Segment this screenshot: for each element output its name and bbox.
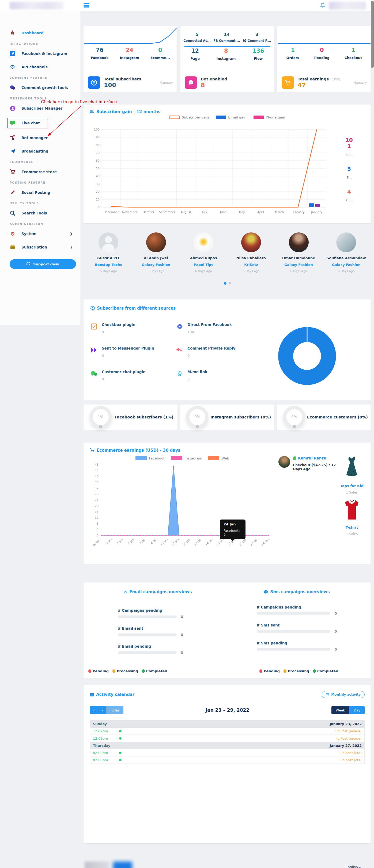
avatar[interactable]: [146, 232, 166, 252]
calendar-event-row[interactable]: 02:00pmFb post (cta): [90, 756, 364, 764]
sidebar-item-label: API channels: [22, 65, 48, 69]
monthly-activity-button[interactable]: Monthly activity: [322, 691, 365, 698]
scrollbar-thumb[interactable]: [371, 1, 374, 68]
sidebar-item-bot-manager[interactable]: Bot manager: [10, 134, 75, 142]
user-icon: [91, 306, 95, 310]
calendar-day-button[interactable]: Day: [349, 706, 365, 714]
sidebar-item-broadcasting[interactable]: Broadcasting: [10, 147, 75, 155]
campaign-row: # Campaigns pending 0: [118, 608, 198, 619]
side-stat-label: Ph...: [333, 199, 365, 203]
page-footer: English▼: [84, 861, 370, 868]
avatar[interactable]: [241, 232, 261, 252]
total-subscribers-card: 76Facebook 24Instagram 0Ecomme... Total …: [83, 26, 177, 92]
sidebar-item-api-channels[interactable]: API channels: [10, 63, 75, 71]
sidebar-item-label: Bot manager: [22, 136, 48, 140]
subscriber-gain-card: Subscriber gain - 12 months Subscriber g…: [83, 104, 371, 223]
subscriber-page-link[interactable]: Galaxy Fashion: [322, 263, 370, 267]
sidebar-item-search-tools[interactable]: Search Tools: [10, 209, 75, 217]
cart-chip-icon: [282, 76, 294, 89]
stat-label: Flow: [252, 57, 264, 61]
avatar[interactable]: [336, 232, 356, 252]
cart-icon: [10, 169, 15, 175]
ecommerce-earnings-card: Ecommerce earnings (USD) - 30 days Faceb…: [83, 442, 371, 564]
avatar[interactable]: [194, 232, 213, 252]
subscriber-page-link[interactable]: KriKetz: [227, 263, 275, 267]
sidebar-section-ecommerce: ECOMMERCE: [10, 161, 75, 163]
customer-avatar[interactable]: [278, 456, 290, 468]
stat-label: Instagram: [120, 56, 139, 60]
legend-web[interactable]: Web: [208, 456, 229, 460]
calendar-today-button[interactable]: Today: [106, 706, 124, 714]
checkbox-icon: [91, 323, 97, 330]
pending-dot-icon: [88, 669, 91, 673]
svg-text:20: 20: [96, 190, 100, 193]
progress-ring: 0%: [186, 406, 209, 428]
pagination-dot[interactable]: [229, 282, 231, 284]
user-account-menu[interactable]: [329, 2, 366, 10]
customer-name-link[interactable]: Kamrul Ranzu: [293, 456, 339, 460]
source-item: M.me link0: [176, 370, 262, 393]
legend-facebook[interactable]: Facebook: [135, 456, 165, 460]
footer-badge-placeholder[interactable]: [113, 862, 132, 868]
notifications-bell-icon[interactable]: [319, 2, 326, 9]
calendar-week-button[interactable]: Week: [332, 706, 349, 714]
ecommerce-percent-card: 0% Ecommerce customers (0%): [277, 404, 371, 430]
legend-phone-gain[interactable]: Phone gain: [253, 115, 285, 119]
scrollbar-track[interactable]: [371, 0, 374, 868]
language-selector[interactable]: English▼: [345, 865, 370, 868]
calendar-event-row[interactable]: 12:09pmIg Post (image): [90, 735, 364, 742]
product-name-link[interactable]: Tops for Kid: [339, 484, 365, 488]
sidebar-item-comment-growth-tools[interactable]: Comment growth tools: [10, 84, 75, 92]
subscriber-page-link[interactable]: Galaxy Fashion: [275, 263, 322, 267]
dress-product-image: [342, 456, 362, 479]
legend-email-gain[interactable]: Email gain: [216, 115, 246, 119]
pagination-dot-active[interactable]: [224, 282, 227, 285]
stat-label: Ecomme...: [150, 56, 170, 60]
sidebar-item-label: Subscriber Manager: [22, 106, 62, 111]
sidebar-item-ecommerce-store[interactable]: Ecommerce store: [10, 168, 75, 176]
avatar[interactable]: [289, 232, 309, 252]
legend-instagram[interactable]: Instagram: [171, 456, 202, 460]
product-sales: 1 Sales: [339, 491, 365, 494]
legend-subscriber-gain[interactable]: Subscriber gain: [169, 115, 209, 119]
calendar-event-row[interactable]: 12:09pmFb Post (image): [90, 727, 364, 735]
hamburger-menu-icon[interactable]: [83, 3, 90, 8]
stat-label: Page: [190, 57, 200, 61]
dashboard-page: Dashboard INTEGRATIONS f Facebook & Inst…: [0, 0, 374, 868]
sidebar-item-subscriber-manager[interactable]: Subscriber Manager: [10, 104, 75, 112]
headset-icon: [26, 262, 31, 266]
subscriber-time: 5 Days Ago: [132, 270, 180, 273]
earnings-sparkline: [277, 26, 371, 45]
side-stat-value: 5: [344, 166, 354, 172]
app-logo[interactable]: [10, 2, 64, 9]
period-label: ‹January: [354, 81, 367, 85]
sidebar-item-live-chat[interactable]: Live chat: [7, 118, 48, 128]
calendar-prev-button[interactable]: ‹: [90, 706, 98, 714]
progress-bar: [257, 648, 331, 651]
sidebar-item-dashboard[interactable]: Dashboard: [10, 29, 75, 37]
svg-text:40: 40: [95, 475, 99, 478]
sidebar-item-subscription[interactable]: Subscription ❯: [10, 243, 75, 251]
subscriber-page-link[interactable]: Boostup Techs: [84, 263, 132, 267]
percent-cards-row: 1% Facebook subscribers (1%) 0% Instagra…: [83, 404, 371, 430]
subscriber-page-link[interactable]: Papoi Tips: [180, 263, 227, 267]
progress-ring: 0%: [283, 406, 305, 428]
campaign-row: # Email sent 0: [118, 626, 198, 637]
sidebar-item-social-posting[interactable]: Social Posting: [10, 188, 75, 196]
product-name-link[interactable]: T-shirt: [339, 525, 365, 529]
sidebar-item-label: Dashboard: [22, 31, 43, 35]
sms-campaigns-column: Sms campaigns overviews # Campaigns pend…: [227, 589, 366, 673]
avatar[interactable]: [99, 232, 118, 252]
campaign-row: # Sms sent 0: [257, 623, 337, 633]
svg-text:May: May: [239, 211, 245, 214]
support-desk-button[interactable]: Support desk: [10, 259, 76, 269]
paper-plane-icon: [10, 148, 15, 154]
calendar-next-button[interactable]: ›: [98, 706, 106, 714]
processing-dot-icon: [112, 669, 115, 673]
calendar-event-row[interactable]: 02:00pmFb post (cta): [90, 749, 364, 756]
subscriber-page-link[interactable]: Galaxy Fashion: [132, 263, 180, 267]
sidebar-item-system[interactable]: ⚙ System ❯: [10, 230, 75, 238]
chevron-right-icon: ❯: [70, 232, 73, 236]
sidebar-item-facebook-instagram[interactable]: f Facebook & Instagram: [10, 50, 75, 58]
svg-text:5 Jan: 5 Jan: [128, 538, 135, 545]
